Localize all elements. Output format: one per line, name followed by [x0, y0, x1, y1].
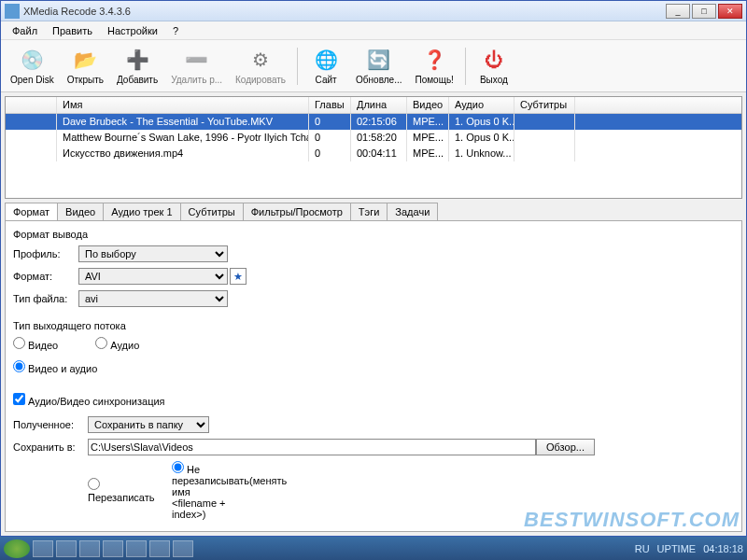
filetype-select[interactable]: avi [78, 290, 228, 307]
site-button[interactable]: 🌐Сайт [303, 45, 348, 87]
taskbar-item[interactable] [149, 540, 170, 557]
taskbar-item[interactable] [103, 540, 123, 557]
format-label: Формат: [13, 271, 78, 282]
taskbar: RU UPTIME 04:18:18 [0, 537, 747, 560]
radio-no-overwrite[interactable]: Не перезаписывать(менять имя <filename +… [172, 461, 237, 520]
browse-button[interactable]: Обзор... [536, 439, 595, 455]
tab-bar: Формат Видео Аудио трек 1 Субтитры Фильт… [5, 203, 742, 220]
window-title: XMedia Recode 3.4.3.6 [23, 6, 666, 17]
tray-lang[interactable]: RU [635, 543, 650, 554]
toolbar: 💿Open Disk 📂Открыть ➕Добавить ➖Удалить р… [1, 40, 746, 92]
update-button[interactable]: 🔄Обновле... [350, 45, 407, 87]
savein-label: Сохранить в: [13, 441, 88, 453]
savein-input[interactable] [88, 439, 536, 455]
tab-audio[interactable]: Аудио трек 1 [103, 203, 180, 220]
disk-icon: 💿 [19, 47, 45, 73]
maximize-button[interactable]: □ [692, 4, 716, 19]
table-row[interactable]: Matthew Bourne´s Swan Lake, 1996 - Pyotr… [6, 130, 741, 146]
tab-subtitles[interactable]: Субтитры [180, 203, 244, 220]
taskbar-item[interactable] [173, 540, 193, 557]
remove-button[interactable]: ➖Удалить р... [165, 45, 228, 87]
received-label: Полученное: [13, 419, 88, 430]
close-button[interactable]: ✕ [718, 4, 742, 19]
encode-button[interactable]: ⚙Кодировать [230, 45, 291, 87]
separator [465, 48, 466, 85]
taskbar-item[interactable] [33, 540, 53, 557]
table-row[interactable]: Искусство движения.mp4000:04:11MPE...1. … [6, 146, 741, 161]
column-headers: Имя Главы Длина Видео Аудио Субтитры [6, 97, 741, 114]
tab-tasks[interactable]: Задачи [387, 203, 438, 220]
menu-settings[interactable]: Настройки [100, 23, 165, 38]
tab-format[interactable]: Формат [5, 203, 58, 220]
folder-icon: 📂 [72, 47, 98, 73]
app-icon [5, 4, 20, 19]
add-button[interactable]: ➕Добавить [111, 45, 163, 87]
help-button[interactable]: ❓Помощь! [409, 45, 458, 87]
profile-label: Профиль: [13, 248, 78, 259]
radio-overwrite[interactable]: Перезаписать [88, 478, 153, 503]
file-list[interactable]: Имя Главы Длина Видео Аудио Субтитры Dav… [5, 96, 742, 199]
titlebar: XMedia Recode 3.4.3.6 _ □ ✕ [1, 1, 746, 21]
taskbar-item[interactable] [126, 540, 147, 557]
power-icon: ⏻ [481, 47, 507, 73]
taskbar-item[interactable] [56, 540, 77, 557]
globe-icon: 🌐 [313, 47, 339, 73]
favorite-button[interactable]: ★ [230, 268, 247, 285]
minus-icon: ➖ [184, 47, 210, 73]
output-format-label: Формат вывода [13, 229, 734, 240]
received-select[interactable]: Сохранить в папку [88, 416, 209, 433]
tab-filters[interactable]: Фильтры/Просмотр [243, 203, 351, 220]
radio-both[interactable]: Видео и аудио [13, 363, 97, 374]
format-select[interactable]: AVI [78, 268, 228, 285]
stream-type-label: Тип выходящего потока [13, 320, 734, 331]
taskbar-item[interactable] [79, 540, 100, 557]
radio-audio[interactable]: Аудио [95, 337, 139, 351]
plus-icon: ➕ [124, 47, 150, 73]
gear-icon: ⚙ [247, 47, 274, 73]
menu-file[interactable]: Файл [5, 23, 45, 38]
menu-edit[interactable]: Править [45, 23, 100, 38]
format-panel: Формат вывода Профиль: По выбору Формат:… [5, 220, 742, 532]
minimize-button[interactable]: _ [666, 4, 690, 19]
tray-clock[interactable]: 04:18:18 [703, 543, 743, 554]
separator [297, 48, 298, 85]
radio-video[interactable]: Видео [13, 337, 58, 351]
tab-video[interactable]: Видео [57, 203, 104, 220]
help-icon: ❓ [421, 47, 447, 73]
refresh-icon: 🔄 [366, 47, 392, 73]
tab-tags[interactable]: Тэги [350, 203, 388, 220]
start-button[interactable] [4, 539, 30, 558]
table-row[interactable]: Dave Brubeck - The Essential - YouTube.M… [6, 114, 741, 130]
av-sync-checkbox[interactable]: Аудио/Видео синхронизация [13, 396, 165, 407]
filetype-label: Тип файла: [13, 293, 78, 304]
tray-uptime: UPTIME [657, 543, 697, 554]
open-disk-button[interactable]: 💿Open Disk [5, 45, 60, 87]
menubar: Файл Править Настройки ? [1, 21, 746, 40]
menu-help[interactable]: ? [165, 23, 186, 38]
exit-button[interactable]: ⏻Выход [472, 45, 516, 87]
open-button[interactable]: 📂Открыть [62, 45, 109, 87]
profile-select[interactable]: По выбору [78, 245, 228, 262]
